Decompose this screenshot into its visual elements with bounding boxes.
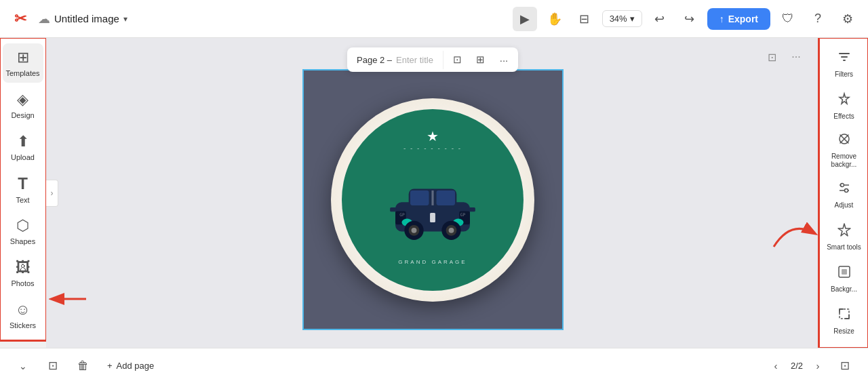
- bottom-bar: ⌄ ⊡ 🗑 + Add page ‹ 2/2 › ⊡: [0, 348, 868, 383]
- main-area: ⊞ Templates ◈ Design ⬆ Upload T Text ⬡ S…: [0, 38, 868, 348]
- page-title-input[interactable]: Enter title: [396, 55, 433, 65]
- shapes-icon: ⬡: [16, 217, 29, 235]
- right-label-filters: Filters: [835, 70, 853, 79]
- left-sidebar: ⊞ Templates ◈ Design ⬆ Upload T Text ⬡ S…: [0, 38, 46, 340]
- right-item-effects[interactable]: Effects: [823, 85, 866, 126]
- zoom-control[interactable]: 34% ▾: [602, 10, 642, 27]
- canvas-frame[interactable]: ★ - - - - - - - - -: [302, 69, 564, 330]
- grid-view-button[interactable]: ⊞: [471, 50, 491, 69]
- prev-page-button[interactable]: ‹: [766, 357, 785, 376]
- adjust-icon: [837, 180, 852, 199]
- sidebar-label-upload: Upload: [11, 153, 35, 161]
- svg-rect-18: [390, 207, 396, 211]
- next-page-button[interactable]: ›: [808, 357, 827, 376]
- svg-text:GP: GP: [460, 212, 466, 217]
- sidebar-item-stickers[interactable]: ☺ Stickers: [3, 296, 43, 335]
- sidebar-label-photos: Photos: [11, 279, 34, 287]
- right-item-remove-bg[interactable]: Remove backgr...: [823, 127, 866, 173]
- svg-rect-5: [437, 190, 456, 205]
- badge-dashes: - - - - - - - - -: [403, 144, 462, 152]
- text-icon: T: [18, 174, 28, 193]
- svg-rect-6: [431, 190, 433, 205]
- badge-text: GRAND GARAGE: [398, 259, 467, 265]
- page-counter: 2/2: [791, 361, 803, 371]
- export-button[interactable]: ↑ Export: [707, 8, 770, 30]
- delete-page-button[interactable]: 🗑: [71, 354, 95, 378]
- export-icon: ↑: [719, 14, 724, 24]
- sidebar-item-upload[interactable]: ⬆ Upload: [3, 127, 43, 167]
- right-label-background: Backgr...: [831, 285, 857, 294]
- badge-star: ★: [427, 128, 439, 144]
- frame-tool-button[interactable]: ⊟: [572, 7, 597, 31]
- right-label-adjust: Adjust: [835, 201, 854, 209]
- remove-bg-icon: [837, 132, 852, 150]
- select-tool-button[interactable]: ▶: [513, 7, 537, 31]
- more-options-button[interactable]: ···: [494, 50, 514, 69]
- page-more-button[interactable]: ···: [787, 47, 806, 66]
- settings-button[interactable]: ⚙: [835, 7, 860, 31]
- badge-outer: ★ - - - - - - - - -: [331, 98, 534, 302]
- page-tab[interactable]: Page 2 – Enter title: [347, 51, 443, 69]
- sidebar-label-shapes: Shapes: [10, 237, 35, 245]
- right-item-background[interactable]: Backgr...: [823, 258, 866, 299]
- svg-rect-19: [469, 207, 475, 211]
- svg-rect-24: [843, 60, 846, 61]
- sidebar-collapse-tab[interactable]: ›: [46, 180, 58, 207]
- filters-icon: [837, 49, 852, 68]
- page-controls: Page 2 – Enter title ⊡ ⊞ ···: [347, 47, 518, 72]
- right-sidebar: Filters Effects Remove backgr... Adjust …: [819, 38, 868, 348]
- export-label: Export: [728, 14, 758, 24]
- topbar-right: ↑ Export 🛡 ? ⚙: [707, 7, 860, 31]
- right-label-effects: Effects: [833, 113, 854, 121]
- svg-rect-9: [430, 212, 435, 222]
- sidebar-item-text[interactable]: T Text: [3, 169, 43, 209]
- right-label-resize: Resize: [833, 327, 854, 336]
- sidebar-item-photos[interactable]: 🖼 Photos: [3, 254, 43, 293]
- templates-icon: ⊞: [17, 49, 29, 66]
- upload-icon: ⬆: [17, 133, 29, 150]
- toolbar-center: ▶ ✋ ⊟ 34% ▾ ↩ ↪: [513, 7, 702, 31]
- shield-button[interactable]: 🛡: [776, 7, 800, 31]
- sidebar-label-design: Design: [11, 111, 34, 119]
- cloud-icon: ☁: [38, 12, 50, 26]
- design-icon: ◈: [17, 91, 28, 108]
- sidebar-item-shapes[interactable]: ⬡ Shapes: [3, 211, 43, 251]
- title-chevron-icon[interactable]: ▾: [123, 14, 127, 24]
- undo-button[interactable]: ↩: [648, 7, 672, 31]
- app-logo[interactable]: ✂: [8, 7, 33, 31]
- sidebar-label-templates: Templates: [5, 69, 39, 77]
- add-page-label: Add page: [117, 361, 155, 371]
- svg-point-14: [412, 227, 417, 233]
- zoom-level: 34%: [610, 14, 627, 24]
- copy-page-button[interactable]: ⊡: [41, 354, 65, 378]
- title-area: ☁ Untitled image ▾: [38, 12, 507, 26]
- right-item-resize[interactable]: Resize: [823, 300, 866, 341]
- svg-rect-32: [842, 269, 847, 275]
- right-label-smart-tools: Smart tools: [827, 243, 861, 251]
- page-top-right: ⊡ ···: [762, 47, 806, 66]
- effects-icon: [837, 92, 852, 110]
- photos-icon: 🖼: [16, 259, 31, 277]
- sidebar-item-templates[interactable]: ⊞ Templates: [3, 43, 43, 83]
- right-item-filters[interactable]: Filters: [823, 43, 866, 84]
- expand-button[interactable]: ⌄: [11, 354, 35, 378]
- right-item-smart-tools[interactable]: Smart tools: [823, 216, 866, 257]
- svg-point-17: [449, 227, 454, 233]
- stickers-icon: ☺: [15, 301, 30, 319]
- sidebar-item-design[interactable]: ◈ Design: [3, 85, 43, 125]
- pagination: ‹ 2/2 ›: [766, 357, 827, 376]
- hand-tool-button[interactable]: ✋: [542, 7, 567, 31]
- right-label-remove-bg: Remove backgr...: [823, 153, 866, 169]
- help-button[interactable]: ?: [806, 7, 830, 31]
- sidebar-label-text: Text: [16, 196, 29, 204]
- redo-button[interactable]: ↪: [677, 7, 702, 31]
- minimize-button[interactable]: ⊡: [762, 47, 781, 66]
- add-page-button[interactable]: + Add page: [100, 357, 161, 375]
- save-icon-button[interactable]: ⊡: [833, 354, 857, 378]
- right-item-adjust[interactable]: Adjust: [823, 174, 866, 215]
- svg-rect-33: [840, 309, 849, 319]
- svg-point-28: [840, 183, 844, 186]
- badge-inner: ★ - - - - - - - - -: [342, 109, 524, 291]
- crop-tool-button[interactable]: ⊡: [448, 50, 468, 69]
- background-icon: [837, 264, 852, 283]
